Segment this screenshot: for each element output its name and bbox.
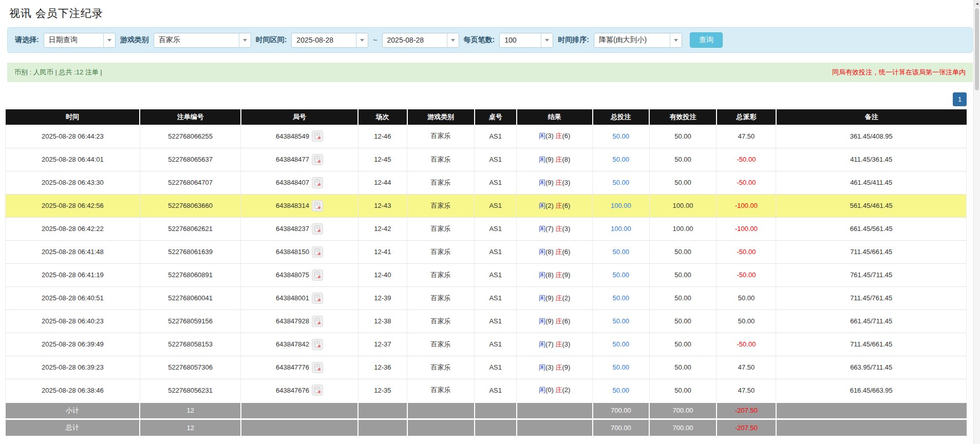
query-mode-value: 日期查询	[44, 33, 103, 47]
cell-valid-bet: 100.00	[649, 217, 717, 240]
cell-total-bet: 50.00	[593, 333, 649, 356]
game-record-icon[interactable]	[312, 316, 323, 327]
total-total-bet: 700.00	[593, 419, 649, 436]
cell-valid-bet: 50.00	[649, 286, 717, 310]
cell-time: 2025-08-28 06:40:51	[6, 286, 140, 310]
cell-payout: -100.00	[717, 217, 776, 240]
cell-round-id: 643847676	[241, 379, 358, 402]
cell-bet-id: 522768063660	[140, 194, 240, 217]
game-record-icon[interactable]	[312, 362, 323, 373]
total-payout: -207.50	[717, 419, 776, 436]
time-sort-select[interactable]: 降冪(由大到小)	[594, 33, 682, 48]
date-to-value: 2025-08-28	[383, 33, 447, 47]
header-result: 结果	[517, 109, 593, 125]
game-record-icon[interactable]	[312, 269, 323, 281]
total-bet-link[interactable]: 100.00	[611, 225, 631, 233]
page-title: 视讯 会员下注纪录	[0, 0, 980, 21]
game-record-icon[interactable]	[312, 293, 323, 304]
total-bet-link[interactable]: 100.00	[611, 202, 631, 209]
total-bet-link[interactable]: 50.00	[613, 317, 630, 325]
game-record-icon[interactable]	[312, 130, 323, 142]
cell-result: 闲(2) 庄(6)	[517, 194, 593, 217]
cell-game-type: 百家乐	[407, 310, 475, 333]
game-type-select[interactable]: 百家乐	[154, 33, 251, 48]
chevron-down-icon[interactable]	[239, 33, 251, 47]
query-mode-select[interactable]: 日期查询	[44, 33, 116, 48]
chevron-down-icon[interactable]	[541, 33, 553, 47]
scrollbar-thumb[interactable]	[975, 8, 979, 90]
result-player-label: 闲	[539, 225, 545, 233]
total-bet-link[interactable]: 50.00	[613, 294, 630, 302]
result-player-label: 闲	[539, 202, 545, 209]
page-size-select[interactable]: 100	[499, 33, 553, 48]
header-valid-bet: 有效投注	[649, 109, 717, 125]
total-bet-link[interactable]: 50.00	[613, 156, 630, 163]
result-player-score: (3)	[545, 363, 554, 371]
total-label: 总计	[6, 419, 140, 436]
total-bet-link[interactable]: 50.00	[613, 248, 630, 256]
result-banker-label: 庄	[556, 132, 562, 140]
round-number: 643847842	[276, 340, 309, 348]
cell-session: 12-40	[358, 263, 407, 286]
cell-bet-id: 522768066255	[140, 125, 240, 148]
subtotal-payout: -207.50	[717, 402, 776, 419]
scroll-up-icon[interactable]	[974, 0, 980, 7]
cell-time: 2025-08-28 06:41:19	[6, 263, 140, 286]
result-banker-score: (9)	[562, 271, 571, 279]
cell-session: 12-36	[358, 356, 407, 379]
total-bet-link[interactable]: 50.00	[613, 387, 630, 394]
date-from-picker[interactable]: 2025-08-28	[291, 33, 368, 48]
game-record-icon[interactable]	[312, 339, 323, 350]
total-bet-link[interactable]: 50.00	[613, 271, 630, 279]
cell-remark: 616.45/663.95	[776, 379, 967, 402]
table-row: 2025-08-28 06:39:23 522768057306 6438477…	[6, 356, 967, 379]
cell-time: 2025-08-28 06:43:30	[6, 171, 140, 194]
date-to-picker[interactable]: 2025-08-28	[382, 33, 459, 48]
total-count: 12	[140, 419, 240, 436]
chevron-down-icon[interactable]	[103, 33, 115, 47]
subtotal-label: 小计	[6, 402, 140, 419]
game-record-icon[interactable]	[312, 246, 323, 258]
round-number: 643847676	[276, 387, 309, 394]
game-record-icon[interactable]	[312, 384, 323, 396]
result-player-label: 闲	[539, 156, 545, 163]
total-bet-link[interactable]: 50.00	[613, 132, 630, 140]
subtotal-valid-bet: 700.00	[649, 402, 717, 419]
cell-round-id: 643847842	[241, 333, 358, 356]
game-record-icon[interactable]	[312, 223, 323, 235]
subtotal-count: 12	[140, 402, 240, 419]
time-range-label: 时间区间:	[256, 35, 287, 45]
cell-game-type: 百家乐	[407, 286, 475, 310]
chevron-down-icon[interactable]	[670, 33, 682, 47]
game-record-icon[interactable]	[312, 200, 323, 211]
vertical-scrollbar[interactable]	[973, 0, 980, 444]
header-session: 场次	[358, 109, 407, 125]
cell-total-bet: 50.00	[593, 310, 649, 333]
game-record-icon[interactable]	[312, 177, 323, 188]
cell-payout: 47.50	[717, 379, 776, 402]
cell-game-type: 百家乐	[407, 217, 475, 240]
betting-records-table: 时间 注单编号 局号 场次 游戏类别 桌号 结果 总投注 有效投注 总派彩 备注…	[5, 109, 967, 436]
total-bet-link[interactable]: 50.00	[613, 340, 630, 348]
cell-total-bet: 100.00	[593, 217, 649, 240]
chevron-down-icon[interactable]	[447, 33, 459, 47]
cell-result: 闲(3) 庄(9)	[517, 356, 593, 379]
cell-valid-bet: 50.00	[649, 148, 717, 171]
cell-time: 2025-08-28 06:40:23	[6, 310, 140, 333]
total-bet-link[interactable]: 50.00	[613, 363, 630, 371]
query-button[interactable]: 查询	[690, 32, 723, 48]
total-bet-link[interactable]: 50.00	[613, 179, 630, 186]
result-banker-score: (3)	[562, 179, 571, 186]
cell-result: 闲(3) 庄(6)	[517, 125, 593, 148]
chevron-down-icon[interactable]	[356, 33, 368, 47]
game-record-icon[interactable]	[312, 154, 323, 165]
header-time: 时间	[6, 109, 140, 125]
cell-round-id: 643848407	[241, 171, 358, 194]
page-number-button[interactable]: 1	[953, 92, 967, 106]
currency-total-text: 币别 : 人民币 | 总共 :12 注单 |	[14, 68, 102, 77]
cell-total-bet: 50.00	[593, 171, 649, 194]
result-player-score: (9)	[545, 156, 554, 163]
page-size-value: 100	[500, 33, 541, 47]
cell-game-type: 百家乐	[407, 356, 475, 379]
result-player-score: (8)	[545, 271, 554, 279]
